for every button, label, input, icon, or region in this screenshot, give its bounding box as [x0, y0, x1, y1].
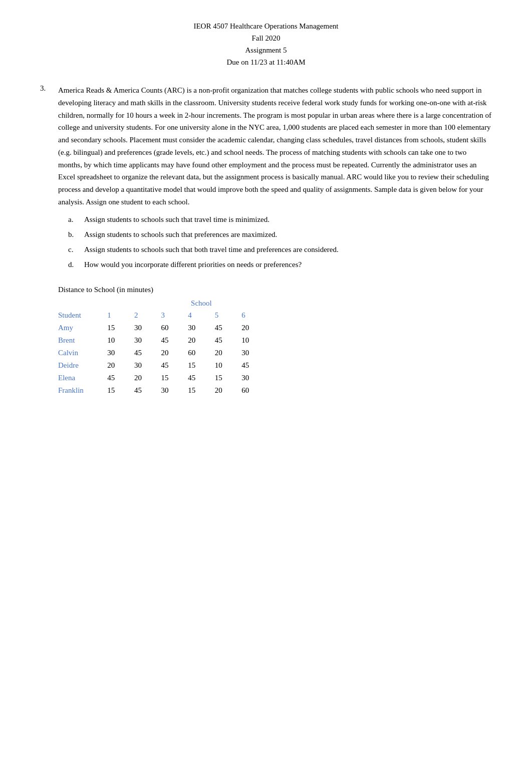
- table-row: Brent103045204510: [58, 334, 269, 347]
- val-2: 20: [134, 372, 161, 384]
- problem-item: 3. America Reads & America Counts (ARC) …: [40, 84, 492, 274]
- val-4: 45: [188, 372, 215, 384]
- column-header-row: Student 1 2 3 4 5 6: [58, 309, 269, 322]
- val-2: 45: [134, 347, 161, 359]
- val-2: 45: [134, 384, 161, 397]
- val-2: 30: [134, 359, 161, 372]
- val-6: 30: [241, 347, 269, 359]
- sub-label-b: b.: [68, 228, 84, 240]
- col-2: 2: [134, 309, 161, 322]
- val-1: 20: [107, 359, 134, 372]
- table-row: Amy153060304520: [58, 322, 269, 334]
- val-6: 45: [241, 359, 269, 372]
- school-header-spacer2: [107, 299, 134, 309]
- val-6: 20: [241, 322, 269, 334]
- header-line1: IEOR 4507 Healthcare Operations Manageme…: [40, 20, 492, 32]
- col-1: 1: [107, 309, 134, 322]
- table-row: Franklin154530152060: [58, 384, 269, 397]
- problem-3: 3. America Reads & America Counts (ARC) …: [40, 84, 492, 397]
- val-4: 20: [188, 334, 215, 347]
- sub-text-d: How would you incorporate different prio…: [84, 258, 492, 271]
- school-header-spacer4: [161, 299, 188, 309]
- table-title: Distance to School (in minutes): [58, 286, 492, 294]
- col-student: Student: [58, 309, 107, 322]
- val-5: 15: [215, 372, 242, 384]
- student-name: Amy: [58, 322, 107, 334]
- val-4: 15: [188, 359, 215, 372]
- student-name: Elena: [58, 372, 107, 384]
- val-5: 10: [215, 359, 242, 372]
- val-5: 45: [215, 334, 242, 347]
- val-6: 30: [241, 372, 269, 384]
- student-name: Franklin: [58, 384, 107, 397]
- val-3: 30: [161, 384, 188, 397]
- val-1: 10: [107, 334, 134, 347]
- val-6: 60: [241, 384, 269, 397]
- problem-body: America Reads & America Counts (ARC) is …: [58, 84, 492, 274]
- problem-body-text: America Reads & America Counts (ARC) is …: [58, 86, 491, 206]
- val-4: 30: [188, 322, 215, 334]
- val-5: 45: [215, 322, 242, 334]
- header-line4: Due on 11/23 at 11:40AM: [40, 56, 492, 68]
- distance-table-section: Distance to School (in minutes) School S…: [58, 286, 492, 397]
- problem-number: 3.: [40, 84, 58, 274]
- page-header: IEOR 4507 Healthcare Operations Manageme…: [40, 20, 492, 68]
- val-2: 30: [134, 322, 161, 334]
- col-6: 6: [241, 309, 269, 322]
- sub-item-a: a. Assign students to schools such that …: [68, 213, 492, 225]
- table-row: Elena452015451530: [58, 372, 269, 384]
- header-line3: Assignment 5: [40, 44, 492, 56]
- val-1: 45: [107, 372, 134, 384]
- table-row: Calvin304520602030: [58, 347, 269, 359]
- student-name: Brent: [58, 334, 107, 347]
- header-line2: Fall 2020: [40, 32, 492, 44]
- col-5: 5: [215, 309, 242, 322]
- sub-text-c: Assign students to schools such that bot…: [84, 243, 492, 255]
- val-1: 15: [107, 384, 134, 397]
- student-name: Deidre: [58, 359, 107, 372]
- school-header-row: School: [58, 299, 269, 309]
- col-3: 3: [161, 309, 188, 322]
- sub-text-b: Assign students to schools such that pre…: [84, 228, 492, 240]
- sub-item-d: d. How would you incorporate different p…: [68, 258, 492, 271]
- val-3: 15: [161, 372, 188, 384]
- sub-label-c: c.: [68, 243, 84, 255]
- val-4: 15: [188, 384, 215, 397]
- val-2: 30: [134, 334, 161, 347]
- col-4: 4: [188, 309, 215, 322]
- val-1: 30: [107, 347, 134, 359]
- school-header-spacer3: [134, 299, 161, 309]
- table-row: Deidre203045151045: [58, 359, 269, 372]
- val-1: 15: [107, 322, 134, 334]
- val-3: 20: [161, 347, 188, 359]
- student-name: Calvin: [58, 347, 107, 359]
- val-3: 60: [161, 322, 188, 334]
- val-5: 20: [215, 384, 242, 397]
- sub-text-a: Assign students to schools such that tra…: [84, 213, 492, 225]
- sub-label-d: d.: [68, 258, 84, 271]
- val-3: 45: [161, 334, 188, 347]
- val-4: 60: [188, 347, 215, 359]
- sub-label-a: a.: [68, 213, 84, 225]
- school-header-spacer6: [241, 299, 269, 309]
- val-6: 10: [241, 334, 269, 347]
- distance-table: School Student 1 2 3 4 5 6 Amy1530603045…: [58, 299, 269, 397]
- school-header-label: School: [188, 299, 215, 309]
- sub-item-c: c. Assign students to schools such that …: [68, 243, 492, 255]
- school-header-spacer: [58, 299, 107, 309]
- val-5: 20: [215, 347, 242, 359]
- val-3: 45: [161, 359, 188, 372]
- sub-item-b: b. Assign students to schools such that …: [68, 228, 492, 240]
- sub-items-list: a. Assign students to schools such that …: [68, 213, 492, 271]
- school-header-spacer5: [215, 299, 242, 309]
